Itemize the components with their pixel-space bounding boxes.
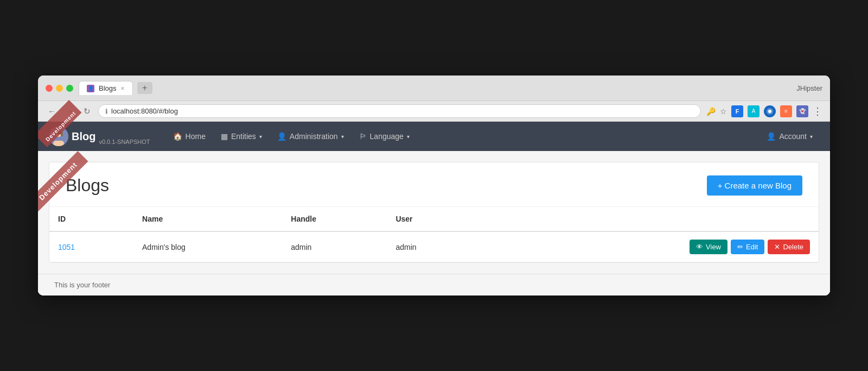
- footer-text: This is your footer: [54, 281, 110, 289]
- key-icon: 🔑: [706, 107, 716, 116]
- times-icon: ✕: [774, 243, 780, 251]
- nav-home-label: Home: [186, 132, 206, 141]
- app-content: Development Blog v0.0.1-SNAPSHOT: [38, 122, 830, 295]
- page-title: Blogs: [66, 175, 109, 196]
- table-header-row: ID Name Handle User: [49, 207, 819, 231]
- nav-item-language[interactable]: 🏳 Language ▾: [353, 129, 416, 144]
- back-button[interactable]: ←: [46, 105, 58, 117]
- col-header-name: Name: [133, 207, 282, 231]
- brand-version: v0.0.1-SNAPSHOT: [99, 139, 150, 145]
- account-caret-icon: ▾: [810, 134, 813, 140]
- col-header-actions: [481, 207, 819, 231]
- delete-label: Delete: [783, 243, 803, 251]
- delete-button[interactable]: ✕ Delete: [768, 240, 810, 254]
- browser-window: 👤 Blogs × + JHipster ← → ↻ ℹ localhost:8…: [38, 76, 830, 295]
- extension-stack-icon[interactable]: ≡: [780, 105, 792, 117]
- jhipster-label: JHipster: [796, 84, 822, 92]
- cell-user: admin: [387, 231, 480, 262]
- svg-rect-7: [61, 132, 63, 136]
- view-label: View: [706, 243, 721, 251]
- pencil-icon: ✏: [737, 243, 743, 251]
- edit-button[interactable]: ✏ Edit: [731, 240, 764, 254]
- minimize-button[interactable]: [56, 85, 63, 92]
- extension-blue-icon[interactable]: F: [731, 105, 743, 117]
- nav-item-entities[interactable]: ▦ Entities ▾: [214, 129, 269, 144]
- refresh-button[interactable]: ↻: [81, 105, 93, 117]
- tab-favicon: 👤: [87, 85, 94, 92]
- eye-icon: 👁: [696, 243, 703, 251]
- nav-administration-label: Administration: [290, 132, 338, 141]
- col-header-handle: Handle: [282, 207, 387, 231]
- edit-label: Edit: [746, 243, 758, 251]
- entities-icon: ▦: [221, 132, 228, 141]
- extension-teal-icon[interactable]: A: [748, 105, 760, 117]
- nav-item-home[interactable]: 🏠 Home: [167, 129, 212, 144]
- nav-account-label: Account: [779, 132, 807, 141]
- star-icon[interactable]: ☆: [720, 107, 727, 116]
- create-new-blog-button[interactable]: + Create a new Blog: [707, 175, 802, 196]
- page-header: Blogs + Create a new Blog: [49, 162, 819, 207]
- administration-caret-icon: ▾: [341, 134, 344, 140]
- brand-avatar: [49, 127, 68, 146]
- nav-language-label: Language: [370, 132, 404, 141]
- action-buttons: 👁 View ✏ Edit ✕ Delete: [489, 240, 810, 254]
- extension-circle-icon[interactable]: [764, 105, 776, 117]
- cell-id: 1051: [49, 231, 133, 262]
- cell-name: Admin's blog: [133, 231, 282, 262]
- brand-text: Blog: [72, 130, 95, 143]
- home-icon: 🏠: [173, 132, 182, 141]
- navbar-brand[interactable]: Development Blog v0.0.1-SNAPSHOT: [49, 127, 150, 146]
- account-icon: 👤: [767, 132, 776, 141]
- browser-toolbar-icons: 🔑 ☆ F A ≡ 👻 ⋮: [706, 105, 822, 117]
- table-row: 1051 Admin's blog admin admin 👁 View: [49, 231, 819, 262]
- nav-item-administration[interactable]: 👤 Administration ▾: [271, 129, 350, 144]
- url-text: localhost:8080/#/blog: [111, 107, 178, 115]
- page-container: Blogs + Create a new Blog ID Name Handle…: [49, 162, 819, 263]
- blog-id-link[interactable]: 1051: [58, 243, 75, 251]
- info-icon: ℹ: [105, 108, 108, 115]
- maximize-button[interactable]: [66, 85, 73, 92]
- browser-titlebar: 👤 Blogs × + JHipster: [38, 76, 830, 101]
- navbar-nav: 🏠 Home ▦ Entities ▾ 👤 Administration ▾ 🏳…: [167, 129, 761, 144]
- svg-point-1: [768, 110, 771, 113]
- forward-button[interactable]: →: [63, 105, 76, 117]
- svg-rect-6: [54, 132, 56, 136]
- new-tab-button[interactable]: +: [137, 82, 152, 94]
- tab-title: Blogs: [99, 84, 117, 92]
- address-bar[interactable]: ℹ localhost:8080/#/blog: [98, 104, 701, 118]
- page-wrapper: Development Blogs + Create a new Blog ID…: [38, 151, 830, 295]
- active-tab[interactable]: 👤 Blogs ×: [79, 81, 133, 95]
- blogs-table: ID Name Handle User 1051 Admin's bl: [49, 207, 819, 262]
- tab-close-button[interactable]: ×: [121, 85, 125, 92]
- col-header-user: User: [387, 207, 480, 231]
- extension-ghost-icon[interactable]: 👻: [796, 105, 808, 117]
- address-bar-row: ← → ↻ ℹ localhost:8080/#/blog 🔑 ☆ F A ≡ …: [38, 101, 830, 122]
- traffic-lights: [46, 85, 73, 92]
- language-caret-icon: ▾: [407, 134, 410, 140]
- navbar-right: 👤 Account ▾: [760, 129, 819, 144]
- nav-entities-label: Entities: [231, 132, 256, 141]
- language-icon: 🏳: [359, 132, 367, 141]
- nav-item-account[interactable]: 👤 Account ▾: [760, 129, 819, 144]
- col-header-id: ID: [49, 207, 133, 231]
- menu-icon[interactable]: ⋮: [813, 105, 822, 117]
- administration-icon: 👤: [277, 132, 286, 141]
- navbar: Development Blog v0.0.1-SNAPSHOT: [38, 122, 830, 151]
- svg-rect-4: [53, 141, 64, 146]
- tab-bar: 👤 Blogs × +: [79, 81, 791, 95]
- entities-caret-icon: ▾: [259, 134, 262, 140]
- close-button[interactable]: [46, 85, 53, 92]
- cell-actions: 👁 View ✏ Edit ✕ Delete: [481, 231, 819, 262]
- view-button[interactable]: 👁 View: [690, 240, 727, 254]
- footer-bar: This is your footer: [38, 274, 830, 295]
- cell-handle: admin: [282, 231, 387, 262]
